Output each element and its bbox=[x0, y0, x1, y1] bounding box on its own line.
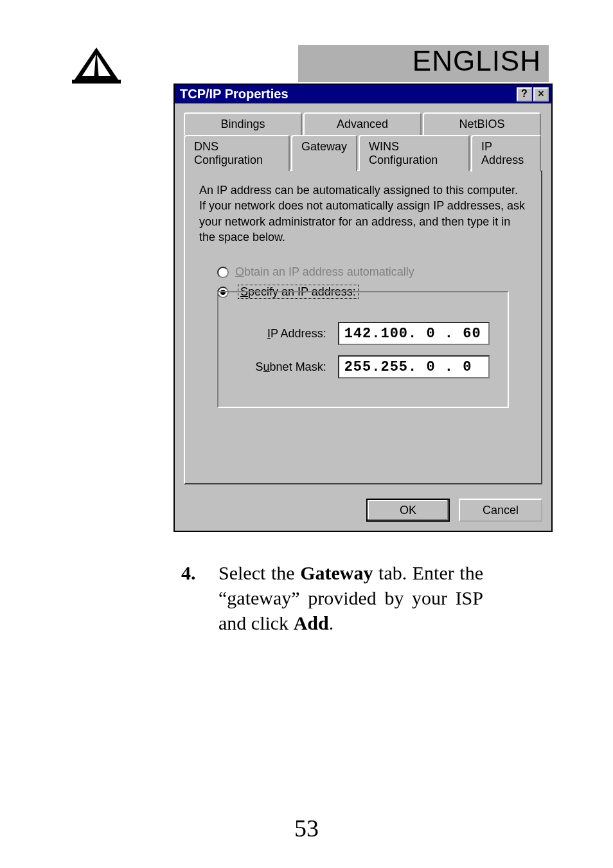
tab-netbios[interactable]: NetBIOS bbox=[423, 112, 541, 135]
dialog-titlebar: TCP/IP Properties ? × bbox=[175, 85, 551, 103]
tab-wins-configuration[interactable]: WINS Configuration bbox=[359, 135, 470, 171]
dialog-title: TCP/IP Properties bbox=[180, 87, 289, 102]
page-number: 53 bbox=[0, 814, 613, 842]
ip-address-input[interactable]: 142.100. 0 . 60 bbox=[338, 322, 490, 345]
ip-address-description: An IP address can be automatically assig… bbox=[199, 182, 527, 245]
logo-icon bbox=[71, 45, 122, 87]
ip-address-label: IP Address: bbox=[236, 327, 338, 341]
radio-obtain-label: Obtain an IP address automatically bbox=[235, 265, 414, 279]
tab-dns-configuration[interactable]: DNS Configuration bbox=[184, 135, 290, 171]
specify-ip-fieldset: IP Address: 142.100. 0 . 60 Subnet Mask:… bbox=[217, 291, 509, 408]
help-button[interactable]: ? bbox=[517, 87, 532, 102]
subnet-mask-label: Subnet Mask: bbox=[236, 360, 338, 374]
instruction-step-4: 4. Select the Gateway tab. Enter the “ga… bbox=[180, 559, 484, 637]
svg-rect-3 bbox=[72, 80, 121, 84]
close-button[interactable]: × bbox=[533, 87, 549, 102]
cancel-button[interactable]: Cancel bbox=[459, 499, 542, 522]
instruction-number: 4. bbox=[181, 560, 217, 635]
tab-advanced[interactable]: Advanced bbox=[303, 112, 422, 135]
instruction-text-1: Select the bbox=[218, 562, 300, 583]
instruction-bold-add: Add bbox=[294, 612, 329, 633]
tcpip-properties-dialog: TCP/IP Properties ? × Bindings Advanced … bbox=[173, 84, 553, 532]
ok-button[interactable]: OK bbox=[366, 499, 450, 522]
radio-icon bbox=[217, 267, 229, 278]
radio-obtain-automatically[interactable]: Obtain an IP address automatically bbox=[217, 265, 527, 279]
instruction-text-3: . bbox=[329, 612, 334, 633]
tab-bindings[interactable]: Bindings bbox=[184, 112, 302, 135]
tab-panel-ip-address: An IP address can be automatically assig… bbox=[184, 170, 542, 484]
instruction-bold-gateway: Gateway bbox=[300, 562, 373, 583]
subnet-mask-input[interactable]: 255.255. 0 . 0 bbox=[338, 355, 490, 378]
tab-gateway[interactable]: Gateway bbox=[291, 135, 357, 171]
header-language-label: ENGLISH bbox=[413, 45, 541, 76]
header-language-band: ENGLISH bbox=[298, 45, 549, 82]
tab-ip-address[interactable]: IP Address bbox=[471, 135, 541, 172]
